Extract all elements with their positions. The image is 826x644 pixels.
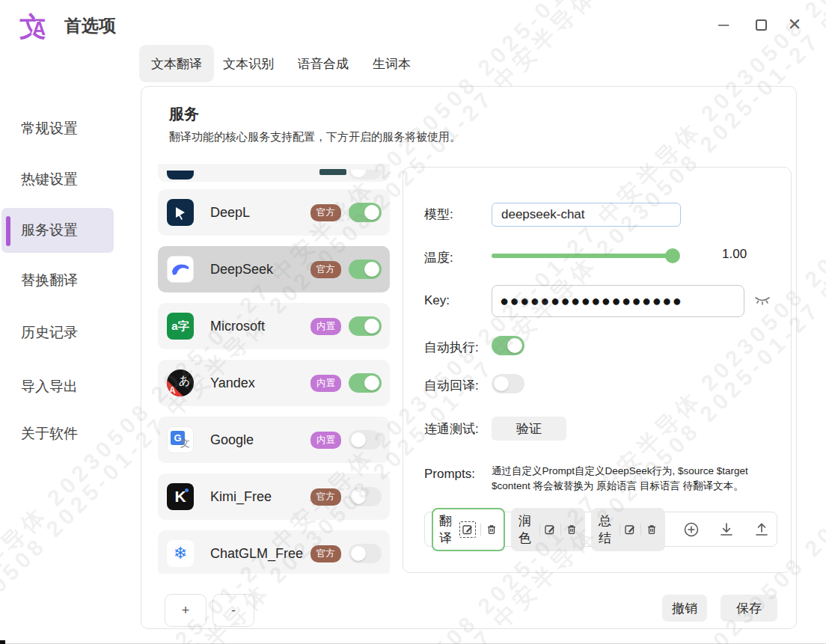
sidebar-active-bar <box>6 216 10 246</box>
temperature-slider[interactable] <box>492 254 679 258</box>
service-name: Microsoft <box>210 319 265 334</box>
service-icon-partial <box>167 171 194 180</box>
service-detail-panel: 模型: 温度: 1.00 Key: ●●●●●●●●●●●●●●●●●● 自动执… <box>403 167 792 573</box>
service-row-deepseek[interactable]: DeepSeek 官方 <box>158 246 390 292</box>
service-name: ChatGLM_Free <box>210 546 303 562</box>
delete-icon[interactable] <box>566 524 578 536</box>
sidebar-item-import-export[interactable]: 导入导出 <box>21 377 78 396</box>
edit-icon[interactable] <box>459 521 476 538</box>
window-title: 首选项 <box>64 14 116 37</box>
add-prompt-icon[interactable] <box>683 521 700 538</box>
sidebar-item-services[interactable]: 服务设置 <box>21 221 78 240</box>
masked-key-value: ●●●●●●●●●●●●●●●●●● <box>500 292 682 310</box>
import-prompts-icon[interactable] <box>718 521 735 538</box>
connect-test-label: 连通测试: <box>424 420 479 438</box>
service-name: Google <box>210 432 254 448</box>
deepseek-toggle[interactable] <box>349 260 382 279</box>
prompts-description: 通过自定义Prompt自定义DeepSeek行为, $source $targe… <box>492 464 768 493</box>
deepl-toggle[interactable] <box>349 203 382 222</box>
settings-card: 服务 翻译功能的核心服务支持配置，下方开启的服务将被使用。 DeepL 官方 D… <box>141 86 797 629</box>
close-button[interactable]: ✕ <box>780 12 809 37</box>
service-row-yandex[interactable]: A あ Yandex 内置 <box>158 360 390 406</box>
chatglm-toggle[interactable] <box>349 544 382 563</box>
add-service-button[interactable]: + <box>165 594 206 627</box>
badge-partial <box>319 169 346 175</box>
save-button[interactable]: 保存 <box>721 595 777 622</box>
maximize-icon <box>756 19 767 31</box>
auto-execute-toggle[interactable] <box>492 336 524 355</box>
badge-official: 官方 <box>310 545 341 562</box>
prompt-chip-summarize[interactable]: 总结 <box>591 508 665 551</box>
google-toggle[interactable] <box>349 430 382 450</box>
microsoft-toggle[interactable] <box>349 316 382 336</box>
slider-handle[interactable] <box>665 248 680 263</box>
sidebar-item-history[interactable]: 历史记录 <box>21 323 78 343</box>
sidebar-item-general[interactable]: 常规设置 <box>21 119 78 138</box>
kimi-toggle[interactable] <box>349 487 382 506</box>
temperature-value: 1.00 <box>722 247 747 262</box>
tab-vocabulary[interactable]: 生词本 <box>373 45 411 82</box>
model-label: 模型: <box>424 206 453 223</box>
export-prompts-icon[interactable] <box>753 521 770 538</box>
desktop-corner <box>0 640 5 644</box>
app-logo-translate-icon: 文A <box>19 9 54 42</box>
auto-back-translate-label: 自动回译: <box>424 377 479 394</box>
service-row-partial[interactable] <box>158 164 390 182</box>
temperature-label: 温度: <box>424 249 453 266</box>
model-input[interactable] <box>492 203 681 227</box>
deepseek-icon <box>167 256 194 283</box>
sidebar-item-hotkeys[interactable]: 热键设置 <box>21 170 78 189</box>
badge-builtin: 内置 <box>310 318 341 335</box>
microsoft-icon: a字 <box>167 313 194 340</box>
auto-back-translate-toggle[interactable] <box>492 374 524 393</box>
google-icon: G 文 <box>167 426 194 453</box>
sidebar-item-about[interactable]: 关于软件 <box>21 424 78 444</box>
edit-icon[interactable] <box>624 524 636 536</box>
tab-text-translate[interactable]: 文本翻译 <box>139 45 214 82</box>
badge-builtin: 内置 <box>310 375 341 392</box>
maximize-button[interactable] <box>747 12 775 37</box>
section-title: 服务 <box>169 104 199 124</box>
prompt-chip-polish[interactable]: 润色 <box>511 508 585 551</box>
eye-closed-icon[interactable] <box>753 292 771 307</box>
prompt-chip-translate[interactable]: 翻译 <box>432 508 505 551</box>
toggle-partial <box>349 170 382 180</box>
service-name: Kimi_Free <box>210 489 272 505</box>
section-description: 翻译功能的核心服务支持配置，下方开启的服务将被使用。 <box>169 130 461 144</box>
key-label: Key: <box>424 293 450 308</box>
yandex-toggle[interactable] <box>349 373 382 393</box>
delete-icon[interactable] <box>646 524 658 536</box>
edit-icon[interactable] <box>544 524 556 536</box>
delete-icon[interactable] <box>486 524 498 536</box>
sidebar-item-replace-translate[interactable]: 替换翻译 <box>21 271 78 290</box>
tab-speech-synthesis[interactable]: 语音合成 <box>298 45 349 82</box>
service-name: Yandex <box>210 375 255 391</box>
api-key-input[interactable]: ●●●●●●●●●●●●●●●●●● <box>492 285 744 317</box>
service-row-kimi[interactable]: K Kimi_Free 官方 <box>158 473 390 520</box>
badge-builtin: 内置 <box>310 432 341 449</box>
service-row-chatglm[interactable]: ❄ ChatGLM_Free 官方 <box>158 530 390 574</box>
chatglm-icon: ❄ <box>167 540 194 567</box>
deepl-icon <box>167 199 194 226</box>
prompt-chips-bar: 翻译 润色 <box>424 512 777 547</box>
service-name: DeepSeek <box>210 262 273 277</box>
auto-execute-label: 自动执行: <box>424 339 479 356</box>
prompts-label: Prompts: <box>424 467 475 482</box>
tab-text-recognition[interactable]: 文本识别 <box>223 45 274 82</box>
kimi-icon: K <box>167 483 194 510</box>
badge-official: 官方 <box>310 261 341 278</box>
service-name: DeepL <box>210 205 250 221</box>
undo-button[interactable]: 撤销 <box>662 595 707 622</box>
minimize-button[interactable]: ─ <box>709 12 738 37</box>
service-row-deepl[interactable]: DeepL 官方 <box>158 189 390 236</box>
remove-service-button[interactable]: - <box>212 594 254 627</box>
service-row-google[interactable]: G 文 Google 内置 <box>158 417 390 463</box>
badge-official: 官方 <box>310 204 341 221</box>
service-row-microsoft[interactable]: a字 Microsoft 内置 <box>158 303 390 349</box>
yandex-icon: A あ <box>167 369 194 396</box>
titlebar: 文A 首选项 ─ ✕ <box>0 0 826 47</box>
verify-button[interactable]: 验证 <box>492 417 566 441</box>
service-list: DeepL 官方 DeepSeek 官方 a字 Microsoft 内置 <box>158 164 390 574</box>
badge-official: 官方 <box>310 488 341 506</box>
